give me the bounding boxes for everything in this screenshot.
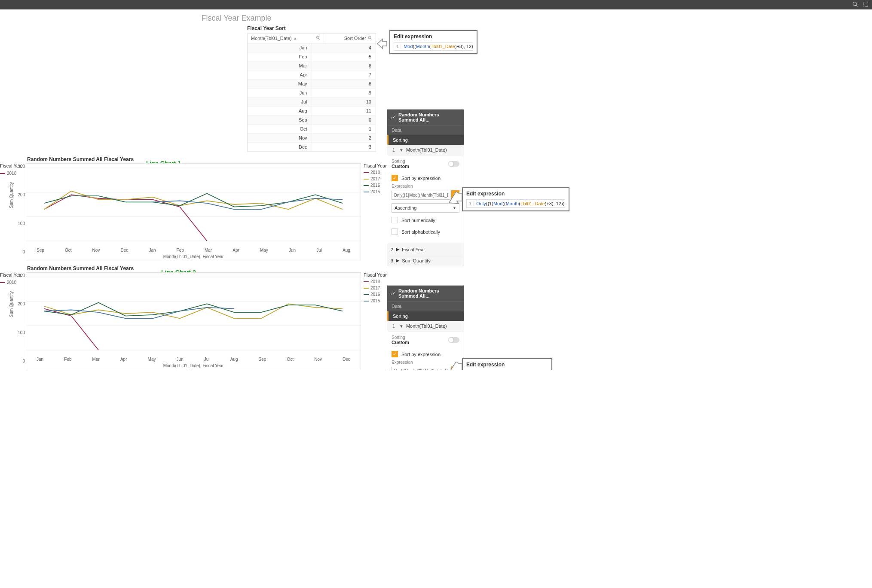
chart1-plot: SepOctNovDecJanFebMarAprMayJunJulAug Mon… (26, 163, 361, 261)
table-row[interactable]: Dec3 (248, 143, 376, 152)
table-row[interactable]: Nov2 (248, 134, 376, 143)
y-tick: 200 (18, 192, 25, 197)
popup-title: Edit expression (394, 34, 473, 40)
svg-point-5 (368, 36, 371, 39)
svg-point-3 (316, 36, 319, 39)
sort-numerically-checkbox[interactable] (392, 217, 398, 223)
table-row[interactable]: May8 (248, 79, 376, 88)
pointer-arrow-icon (449, 362, 465, 370)
panel-header: Random Numbers Summed All... (387, 110, 464, 125)
x-tick: Jul (316, 248, 322, 253)
sort-by-expression-checkbox[interactable]: ✓ (392, 351, 398, 357)
sort-cell: 6 (312, 61, 376, 70)
panel-title: Random Numbers Summed All... (398, 288, 460, 299)
x-tick: Jun (289, 248, 296, 253)
sort-cell: 10 (312, 97, 376, 106)
chart2-plot: JanFebMarAprMayJunJulAugSepOctNovDec Mon… (26, 272, 361, 370)
x-tick: Apr (233, 248, 239, 253)
table-row[interactable]: Jun9 (248, 88, 376, 97)
expression-code[interactable]: 1 Only({1}Mod((Month(Tbl01_Date)+3), 12)… (466, 199, 565, 208)
sort-cell: 4 (312, 43, 376, 52)
table-row[interactable]: Mar6 (248, 61, 376, 70)
table-title: Fiscal Year Sort (247, 25, 387, 31)
sort-cell: 9 (312, 88, 376, 97)
x-tick: Aug (343, 248, 350, 253)
table-row[interactable]: Aug11 (248, 107, 376, 116)
legend-item: 2016 (364, 183, 387, 188)
search-icon[interactable] (852, 1, 858, 9)
sort-cell: 2 (312, 134, 376, 142)
search-icon[interactable] (368, 36, 372, 41)
x-tick: Jan (149, 248, 156, 253)
x-axis-label: Month(Tbl01_Date), Fiscal Year (26, 254, 361, 261)
legend-item: 2016 (364, 292, 387, 297)
expand-icon[interactable] (863, 1, 869, 9)
y-tick: 200 (18, 302, 25, 306)
chevron-down-icon: ▼ (399, 148, 404, 152)
table-row[interactable]: Apr7 (248, 70, 376, 79)
expression-label: Expression (387, 184, 464, 189)
expression-code[interactable]: 1 Mod((Month(Tbl01_Date)+3), 12) (394, 42, 473, 51)
dim-number: 1 (391, 147, 397, 152)
chevron-right-icon: ▶ (396, 258, 399, 263)
chevron-right-icon: ▶ (396, 247, 399, 252)
data-tab[interactable]: Data (387, 301, 464, 311)
sorting-panel-1: Random Numbers Summed All... Data Sortin… (387, 109, 464, 266)
table-row[interactable]: Jan4 (248, 43, 376, 52)
x-tick: Sep (259, 357, 266, 362)
x-tick: Mar (92, 357, 100, 362)
month-cell: Mar (248, 61, 312, 70)
chart1-legend-right: Fiscal Year 2018201720162015 (361, 163, 387, 196)
x-tick: Aug (230, 357, 238, 362)
table-row[interactable]: Sep0 (248, 116, 376, 125)
dropdown-value: Ascending (395, 205, 416, 210)
sort-alpha-label: Sort alphabetically (401, 229, 440, 235)
dim-number: 3 (391, 258, 393, 263)
custom-toggle[interactable] (448, 337, 459, 343)
data-tab[interactable]: Data (387, 125, 464, 135)
svg-point-0 (853, 2, 857, 5)
col-sort-order-label: Sort Order (344, 36, 366, 41)
sort-by-expression-checkbox[interactable]: ✓ (392, 175, 398, 181)
y-axis-label: Sum Quantity (9, 291, 14, 317)
month-cell: Dec (248, 143, 312, 151)
dimension-month[interactable]: 1 ▼ Month(Tbl01_Date) (387, 145, 464, 155)
month-cell: Feb (248, 52, 312, 61)
table-col-sort-order[interactable]: Sort Order (324, 34, 376, 43)
expression-input[interactable] (392, 191, 450, 200)
dim-label: Month(Tbl01_Date) (406, 323, 447, 329)
sorting-tab[interactable]: Sorting (387, 135, 464, 145)
sort-cell: 1 (312, 125, 376, 133)
line-number: 1 (396, 44, 401, 49)
x-tick: Jun (177, 357, 184, 362)
month-cell: Jul (248, 97, 312, 106)
svg-marker-17 (449, 362, 462, 370)
dimension-sum-quantity[interactable]: 3 ▶ Sum Quantity (387, 255, 464, 266)
edit-expression-popup-2: Edit expression 1 Only({1}Mod((Month(Tbl… (462, 187, 569, 211)
line-number: 1 (469, 201, 474, 206)
page-title: Fiscal Year Example (172, 9, 301, 25)
sort-cell: 0 (312, 116, 376, 124)
dimension-month[interactable]: 1 ▼ Month(Tbl01_Date) (387, 321, 464, 332)
svg-marker-15 (377, 39, 387, 49)
line-chart-icon (391, 291, 396, 296)
dimension-fiscal-year[interactable]: 2 ▶ Fiscal Year (387, 244, 464, 255)
pointer-arrow-icon (449, 192, 465, 208)
sort-alphabetically-checkbox[interactable] (392, 228, 398, 235)
x-tick: Oct (287, 357, 294, 362)
month-cell: May (248, 79, 312, 88)
table-col-month[interactable]: Month(Tbl01_Date) ▲ (248, 34, 324, 43)
chart2-title: Random Numbers Summed All Fiscal Years (27, 265, 387, 271)
search-icon[interactable] (316, 36, 320, 41)
x-tick: Mar (205, 248, 212, 253)
custom-toggle[interactable] (448, 161, 459, 167)
panel-title: Random Numbers Summed All... (398, 112, 460, 122)
table-row[interactable]: Feb5 (248, 52, 376, 61)
sorting-tab[interactable]: Sorting (387, 311, 464, 321)
table-row[interactable]: Jul10 (248, 97, 376, 107)
x-tick: Feb (64, 357, 71, 362)
popup-title: Edit expression (466, 191, 565, 197)
table-row[interactable]: Oct1 (248, 125, 376, 134)
expression-input[interactable] (392, 367, 450, 371)
svg-marker-16 (449, 192, 462, 204)
